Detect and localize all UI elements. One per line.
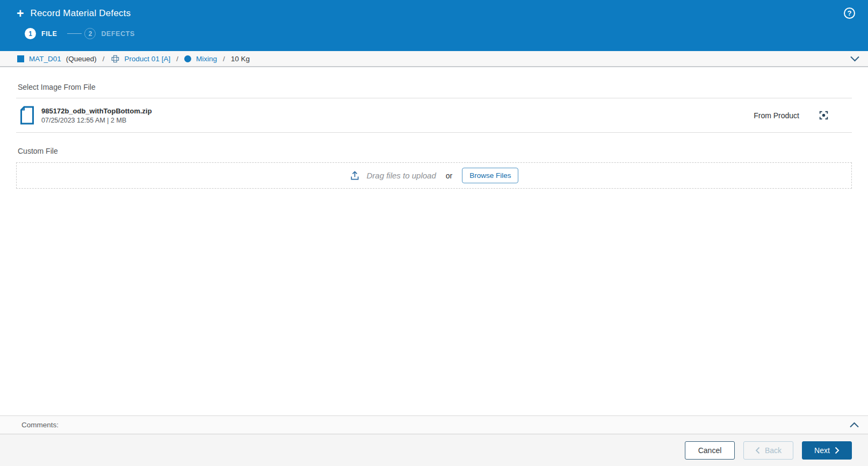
file-name: 985172b_odb_withTopBottom.zip bbox=[41, 107, 152, 115]
chevron-left-icon bbox=[755, 447, 760, 454]
back-label: Back bbox=[765, 446, 782, 455]
comments-expand-chevron-up-icon[interactable] bbox=[849, 421, 859, 428]
chevron-right-icon bbox=[835, 447, 840, 454]
breadcrumb-material[interactable]: MAT_D01 bbox=[29, 55, 61, 63]
breadcrumb-separator: / bbox=[176, 55, 178, 63]
next-label: Next bbox=[814, 446, 830, 455]
main-content: Select Image From File 985172b_odb_withT… bbox=[0, 67, 868, 415]
file-document-icon bbox=[20, 106, 34, 125]
help-glyph: ? bbox=[848, 9, 852, 17]
operation-dot-icon bbox=[184, 55, 191, 62]
dialog-header: + Record Material Defects ? 1 FILE 2 DEF… bbox=[0, 0, 868, 51]
next-button[interactable]: Next bbox=[802, 441, 852, 460]
custom-file-heading: Custom File bbox=[18, 147, 850, 155]
breadcrumb: MAT_D01 (Queued) / Product 01 [A] / Mixi… bbox=[0, 51, 868, 67]
record-material-defects-dialog: + Record Material Defects ? 1 FILE 2 DEF… bbox=[0, 0, 868, 466]
or-label: or bbox=[446, 171, 452, 180]
step-file[interactable]: 1 FILE bbox=[25, 28, 57, 39]
cancel-label: Cancel bbox=[698, 446, 722, 455]
breadcrumb-operation[interactable]: Mixing bbox=[196, 55, 217, 63]
breadcrumb-quantity: 10 Kg bbox=[231, 55, 250, 63]
help-icon[interactable]: ? bbox=[844, 8, 855, 19]
select-image-heading: Select Image From File bbox=[18, 83, 850, 91]
step-defects[interactable]: 2 DEFECTS bbox=[84, 28, 135, 39]
step-file-label: FILE bbox=[41, 30, 57, 38]
step-indicator: 1 FILE 2 DEFECTS bbox=[25, 28, 868, 39]
footer-actions: Cancel Back Next bbox=[0, 434, 868, 466]
plus-icon: + bbox=[17, 8, 24, 19]
breadcrumb-product[interactable]: Product 01 [A] bbox=[125, 55, 171, 63]
file-list-item[interactable]: 985172b_odb_withTopBottom.zip 07/25/2023… bbox=[16, 98, 852, 132]
step-defects-label: DEFECTS bbox=[101, 30, 135, 38]
product-panel-icon bbox=[111, 54, 120, 63]
cancel-button[interactable]: Cancel bbox=[685, 441, 735, 460]
page-title: Record Material Defects bbox=[30, 8, 131, 19]
divider bbox=[16, 132, 852, 133]
file-source-label: From Product bbox=[754, 111, 799, 120]
material-square-icon bbox=[17, 55, 24, 62]
step-connector bbox=[67, 33, 82, 34]
upload-icon bbox=[350, 170, 360, 181]
breadcrumb-status: (Queued) bbox=[66, 55, 97, 63]
browse-files-button[interactable]: Browse Files bbox=[462, 168, 518, 183]
preview-scan-icon[interactable] bbox=[819, 111, 828, 120]
step-defects-number: 2 bbox=[84, 28, 96, 39]
breadcrumb-separator: / bbox=[103, 55, 105, 63]
breadcrumb-separator: / bbox=[223, 55, 225, 63]
comments-bar: Comments: bbox=[0, 415, 868, 434]
drag-files-label: Drag files to upload bbox=[367, 171, 436, 180]
breadcrumb-collapse-chevron-down-icon[interactable] bbox=[850, 55, 860, 62]
file-meta: 07/25/2023 12:55 AM | 2 MB bbox=[41, 117, 152, 124]
file-dropzone[interactable]: Drag files to upload or Browse Files bbox=[16, 162, 852, 189]
comments-label: Comments: bbox=[21, 421, 59, 429]
step-file-number: 1 bbox=[25, 28, 36, 39]
back-button[interactable]: Back bbox=[743, 441, 793, 460]
